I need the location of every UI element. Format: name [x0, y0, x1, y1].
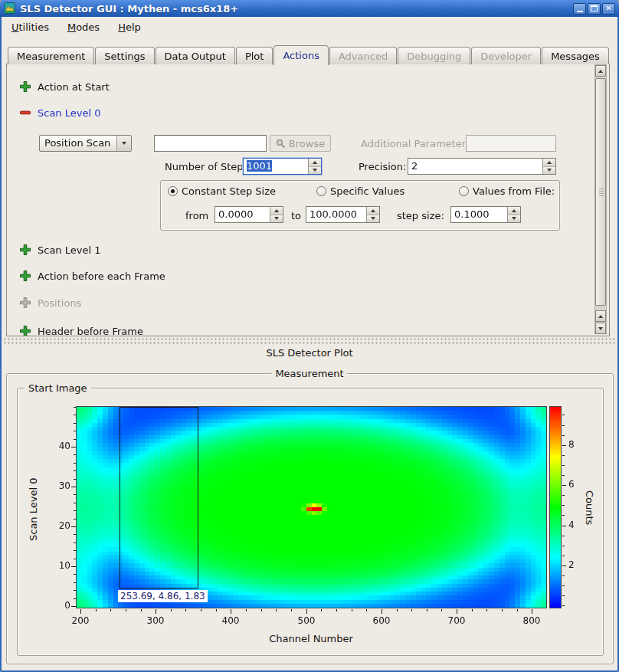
number-of-steps-spinbox[interactable]: 1001	[243, 158, 322, 175]
scan-mode-value: Position Scan	[40, 136, 116, 151]
title-bar[interactable]: SLS Detector GUI : Mythen - mcs6x18+	[0, 0, 619, 17]
splitter-handle[interactable]	[3, 337, 616, 345]
additional-parameter-input	[466, 135, 556, 152]
constant-step-label[interactable]: Constant Step Size	[182, 185, 276, 198]
spin-down-icon[interactable]	[508, 215, 520, 223]
values-from-file-label[interactable]: Values from File:	[473, 185, 555, 198]
scan-level-0-label[interactable]: Scan Level 0	[38, 107, 100, 120]
x-axis-title: Channel Number	[234, 633, 388, 644]
plot-section-title: SLS Detector Plot	[0, 347, 619, 359]
actions-pane: Action at Start Scan Level 0 Position Sc…	[6, 64, 610, 336]
scroll-up-icon[interactable]	[595, 65, 606, 77]
precision-spinbox[interactable]: 2	[408, 158, 556, 175]
action-at-start-label[interactable]: Action at Start	[38, 81, 110, 93]
number-of-steps-label: Number of Steps:	[165, 161, 252, 173]
spin-up-icon[interactable]	[309, 159, 321, 167]
browse-button: Browse	[270, 135, 331, 152]
constant-step-radio[interactable]	[168, 186, 178, 196]
app-window: SLS Detector GUI : Mythen - mcs6x18+ Uti…	[0, 0, 619, 672]
close-button-icon[interactable]	[602, 3, 615, 15]
spin-buttons	[270, 207, 283, 222]
step-size-label: step size:	[397, 210, 444, 222]
header-before-frame-label[interactable]: Header before Frame	[38, 326, 143, 336]
colorbar	[549, 406, 562, 608]
tab-data-output[interactable]: Data Output	[156, 47, 235, 64]
scrollbar-thumb[interactable]	[595, 78, 606, 306]
collapse-minus-icon[interactable]	[19, 107, 31, 119]
additional-parameter-label: Additional Parameter:	[361, 138, 469, 150]
tab-plot[interactable]: Plot	[236, 47, 273, 64]
menu-utilities[interactable]: Utilities	[8, 19, 53, 35]
spin-buttons	[507, 207, 520, 222]
menu-help[interactable]: Help	[114, 19, 145, 35]
spin-down-icon[interactable]	[270, 215, 283, 223]
window-title: SLS Detector GUI : Mythen - mcs6x18+	[20, 3, 573, 15]
expand-plus-icon[interactable]	[19, 325, 31, 336]
scroll-up-icon[interactable]	[595, 310, 606, 322]
spin-buttons	[542, 159, 555, 174]
spin-up-icon[interactable]	[543, 159, 555, 167]
specific-values-radio[interactable]	[316, 186, 326, 196]
browse-label: Browse	[289, 138, 325, 149]
cursor-position-tooltip: 253.69, 4.86, 1.83	[118, 590, 208, 602]
colorbar-title: Counts	[584, 490, 595, 525]
y-axis-title: Scan Level 0	[28, 478, 39, 541]
specific-values-label[interactable]: Specific Values	[330, 185, 404, 198]
number-of-steps-value: 1001	[247, 160, 272, 172]
spin-buttons	[308, 159, 321, 174]
tab-developer: Developer	[471, 47, 541, 64]
values-from-file-radio[interactable]	[459, 186, 469, 196]
precision-label: Precision:	[359, 161, 406, 173]
to-value: 100.0000	[306, 207, 366, 222]
vertical-scrollbar[interactable]	[594, 64, 607, 334]
positions-label: Positions	[38, 297, 81, 310]
tab-actions[interactable]: Actions	[273, 45, 329, 65]
tab-settings[interactable]: Settings	[95, 47, 154, 64]
menu-modes[interactable]: Modes	[64, 19, 103, 35]
precision-value: 2	[408, 159, 542, 174]
app-icon	[4, 2, 16, 15]
step-size-value: 0.1000	[451, 207, 507, 222]
scroll-down-icon[interactable]	[595, 323, 606, 334]
spin-down-icon[interactable]	[367, 215, 379, 223]
spin-down-icon[interactable]	[309, 167, 321, 175]
measurement-group-title: Measurement	[271, 368, 347, 379]
from-spinbox[interactable]: 0.0000	[215, 206, 283, 223]
spin-buttons	[366, 207, 379, 222]
chevron-down-icon	[116, 136, 131, 151]
tab-measurement[interactable]: Measurement	[8, 47, 94, 64]
maximize-button-icon[interactable]	[588, 3, 601, 15]
expand-plus-icon[interactable]	[19, 270, 31, 282]
tab-debugging: Debugging	[398, 47, 470, 64]
tab-advanced: Advanced	[329, 47, 397, 64]
zoom-selection-rect	[120, 407, 198, 588]
expand-plus-icon[interactable]	[19, 80, 31, 93]
spin-up-icon[interactable]	[508, 207, 520, 215]
from-value: 0.0000	[215, 207, 270, 222]
tab-bar: Measurement Settings Data Output Plot Ac…	[8, 45, 610, 64]
spin-up-icon[interactable]	[367, 207, 379, 215]
scan-level-1-label[interactable]: Scan Level 1	[38, 244, 100, 257]
step-size-spinbox[interactable]: 0.1000	[450, 206, 521, 223]
from-label: from	[185, 210, 208, 222]
expand-plus-disabled-icon	[19, 297, 31, 309]
menu-bar: Utilities Modes Help	[2, 17, 617, 37]
to-label: to	[291, 210, 301, 222]
tab-messages[interactable]: Messages	[542, 47, 609, 64]
start-image-group-title: Start Image	[25, 382, 91, 394]
action-before-each-frame-label[interactable]: Action before each Frame	[38, 270, 165, 283]
browse-icon	[276, 139, 286, 149]
expand-plus-icon[interactable]	[19, 244, 31, 256]
scan-mode-combobox[interactable]: Position Scan	[39, 135, 132, 152]
spin-up-icon[interactable]	[270, 207, 283, 215]
to-spinbox[interactable]: 100.0000	[306, 206, 380, 223]
spin-down-icon[interactable]	[543, 167, 555, 175]
minimize-button-icon[interactable]	[573, 3, 586, 15]
scan-script-input[interactable]	[154, 135, 267, 152]
